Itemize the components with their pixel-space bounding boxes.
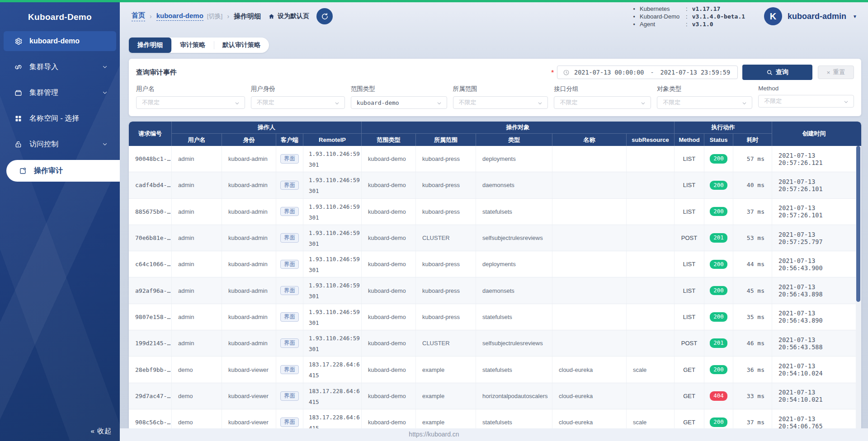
clock-icon: [563, 69, 570, 76]
cell-duration: 57 ms: [733, 146, 772, 172]
cell-username: demo: [172, 409, 222, 428]
col-request-id: 请求编号: [129, 122, 172, 146]
version-colon: :: [686, 20, 688, 28]
sidebar-item-namespace-select[interactable]: 名称空间 - 选择: [4, 108, 116, 128]
sidebar-collapse-button[interactable]: « 收起: [90, 427, 112, 436]
filters-row: 用户名 不限定 用户身份 不限定 范围类型 kuboard-demo 所属范围 …: [136, 85, 854, 109]
table-row[interactable]: 908c56cb-… demo kuboard-viewer 界面 183.17…: [129, 409, 861, 428]
cell-duration: 44 ms: [733, 251, 772, 277]
cell-scope-type: kuboard-demo: [362, 199, 416, 225]
lock-icon: [14, 140, 23, 149]
link-icon: [14, 62, 23, 71]
cell-method: GET: [675, 383, 704, 409]
date-range-input[interactable]: 2021-07-13 00:00:00 - 2021-07-13 23:59:5…: [557, 66, 738, 79]
filter-label: Method: [758, 85, 854, 92]
cell-method: GET: [675, 409, 704, 428]
sidebar-item-audit[interactable]: 操作审计: [6, 160, 120, 182]
cell-client: 界面: [276, 199, 303, 225]
filter-select[interactable]: 不限定: [136, 96, 245, 109]
username: kuboard-admin: [788, 12, 846, 21]
cell-method: GET: [675, 357, 704, 382]
header-right: ● Kubernetes : v1.17.17 ● Kuboard-Demo :…: [633, 5, 857, 28]
col-status: Status: [704, 134, 733, 146]
date-start: 2021-07-13 00:00:00: [574, 69, 644, 76]
breadcrumb-cluster-link[interactable]: kuboard-demo: [156, 12, 203, 21]
status-badge: 200: [710, 207, 727, 216]
filter-select[interactable]: 不限定: [758, 95, 854, 108]
filter-select[interactable]: kuboard-demo: [351, 96, 447, 109]
table-row[interactable]: c64c1066-… admin kuboard-admin 界面 1.93.1…: [129, 251, 861, 277]
colgroup-target: 操作对象: [362, 122, 675, 134]
table-row[interactable]: 29d7ac47-… demo kuboard-viewer 界面 183.17…: [129, 383, 861, 409]
breadcrumb-home-link[interactable]: 首页: [132, 11, 145, 21]
cell-identity: kuboard-admin: [222, 225, 276, 251]
cell-name: cloud-eureka: [552, 357, 627, 382]
user-menu[interactable]: K kuboard-admin ▼: [764, 7, 857, 25]
tab-default-audit-policy[interactable]: 默认审计策略: [214, 38, 269, 53]
sidebar-item-cluster-import[interactable]: 集群导入: [4, 57, 116, 77]
filter-select[interactable]: 不限定: [251, 96, 345, 109]
cell-created: 2021-07-13 20:56:43.890: [772, 304, 856, 330]
filter-select[interactable]: 不限定: [554, 96, 651, 109]
reset-button[interactable]: × 重置: [818, 66, 854, 79]
table-row[interactable]: 70e6b81e-… admin kuboard-admin 界面 1.93.1…: [129, 225, 861, 251]
cell-subresource: [627, 146, 675, 172]
cell-username: demo: [172, 383, 222, 409]
main-area: 首页 › kuboard-demo [切换] › 操作明细 设为默认页 ● Ku…: [120, 2, 868, 441]
scrollbar-thumb[interactable]: [856, 146, 860, 302]
tab-operation-details[interactable]: 操作明细: [129, 38, 171, 53]
set-default-page-button[interactable]: 设为默认页: [268, 12, 309, 20]
cell-client: 界面: [276, 225, 303, 251]
chevron-down-icon: [102, 141, 108, 147]
table-row[interactable]: 9807e158-… admin kuboard-admin 界面 1.93.1…: [129, 304, 861, 330]
table-row[interactable]: 90048bc1-… admin kuboard-admin 界面 1.93.1…: [129, 146, 861, 172]
col-remote-ip: RemoteIP: [303, 134, 362, 146]
tab-audit-policy[interactable]: 审计策略: [171, 38, 214, 53]
cell-client: 界面: [276, 409, 303, 428]
sidebar-item-access-control[interactable]: 访问控制: [4, 134, 116, 154]
filter-select[interactable]: 不限定: [453, 96, 548, 109]
filter-select[interactable]: 不限定: [657, 96, 752, 109]
col-subresource: subResource: [627, 134, 675, 146]
cell-kind: deployments: [476, 251, 552, 277]
cell-status: 404: [704, 383, 733, 409]
status-badge: 200: [710, 154, 727, 164]
refresh-button[interactable]: [316, 8, 333, 24]
table-row[interactable]: cadf4bd4-… admin kuboard-admin 界面 1.93.1…: [129, 172, 861, 198]
chevron-down-icon: [234, 100, 240, 106]
cell-remote-ip: 1.93.110.246:59301: [303, 251, 362, 277]
table-row[interactable]: 885675b0-… admin kuboard-admin 界面 1.93.1…: [129, 199, 861, 225]
table-row[interactable]: a92af96a-… admin kuboard-admin 界面 1.93.1…: [129, 277, 861, 304]
client-badge: 界面: [280, 233, 299, 243]
breadcrumb-separator: ›: [150, 13, 152, 20]
cell-request-id: 70e6b81e-…: [129, 225, 172, 251]
cell-request-id: 199d2145-…: [129, 330, 172, 356]
query-controls: * 2021-07-13 00:00:00 - 2021-07-13 23:59…: [552, 65, 854, 80]
cell-scope-type: kuboard-demo: [362, 251, 416, 277]
table-row[interactable]: 28ebf9bb-… demo kuboard-viewer 界面 183.17…: [129, 357, 861, 383]
content-area: 操作明细 审计策略 默认审计策略 查询审计事件 * 2021-07-13 00:…: [120, 30, 868, 428]
cell-scope-type: kuboard-demo: [362, 172, 416, 198]
cell-method: LIST: [675, 304, 704, 330]
cluster-switch-link[interactable]: [切换]: [207, 12, 223, 20]
cell-client: 界面: [276, 357, 303, 382]
chevron-down-icon: [102, 89, 108, 96]
footer-link[interactable]: https://kuboard.cn: [409, 431, 459, 438]
sidebar-item-kuboard-demo[interactable]: kuboard-demo: [4, 31, 116, 51]
chevron-down-icon: [640, 100, 646, 106]
sidebar-nav: kuboard-demo 集群导入 集群管理 名称空间 - 选择 访问控制 操作…: [0, 31, 120, 182]
table-row[interactable]: 199d2145-… admin kuboard-admin 界面 1.93.1…: [129, 330, 861, 357]
cell-method: LIST: [675, 146, 704, 172]
sidebar-item-cluster-manage[interactable]: 集群管理: [4, 83, 116, 103]
cell-remote-ip: 183.17.228.64:6415: [303, 383, 362, 409]
box-icon: [14, 88, 23, 97]
client-badge: 界面: [280, 260, 299, 269]
search-button[interactable]: 查询: [742, 65, 812, 80]
cell-identity: kuboard-admin: [222, 146, 276, 172]
cell-request-id: 29d7ac47-…: [129, 383, 172, 409]
filter-label: 用户身份: [251, 85, 345, 93]
cell-client: 界面: [276, 330, 303, 356]
cell-created: 2021-07-13 20:56:43.898: [772, 277, 856, 303]
cell-kind: statefulsets: [476, 409, 552, 428]
filter-field: 对象类型 不限定: [657, 85, 752, 109]
